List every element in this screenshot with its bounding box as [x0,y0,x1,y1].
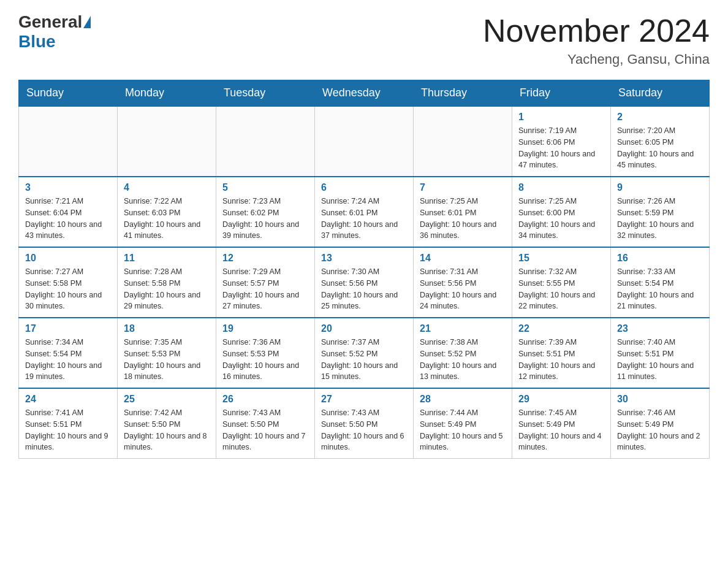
title-block: November 2024 Yacheng, Gansu, China [483,12,710,67]
calendar-cell: 27Sunrise: 7:43 AMSunset: 5:50 PMDayligh… [315,388,414,459]
day-info: Sunrise: 7:19 AMSunset: 6:06 PMDaylight:… [518,125,604,171]
header-sunday: Sunday [19,80,118,107]
day-info: Sunrise: 7:28 AMSunset: 5:58 PMDaylight:… [124,266,210,312]
calendar-cell: 19Sunrise: 7:36 AMSunset: 5:53 PMDayligh… [216,318,315,388]
calendar-cell: 13Sunrise: 7:30 AMSunset: 5:56 PMDayligh… [315,247,414,318]
calendar-cell: 25Sunrise: 7:42 AMSunset: 5:50 PMDayligh… [118,388,216,459]
day-number: 11 [124,253,210,264]
calendar-cell [19,106,118,177]
logo-general-text: General [18,12,82,32]
calendar-cell: 17Sunrise: 7:34 AMSunset: 5:54 PMDayligh… [19,318,118,388]
calendar-cell [216,106,315,177]
day-info: Sunrise: 7:34 AMSunset: 5:54 PMDaylight:… [25,337,111,383]
day-info: Sunrise: 7:41 AMSunset: 5:51 PMDaylight:… [25,407,111,453]
calendar-cell: 18Sunrise: 7:35 AMSunset: 5:53 PMDayligh… [118,318,216,388]
day-info: Sunrise: 7:39 AMSunset: 5:51 PMDaylight:… [518,337,604,383]
header-wednesday: Wednesday [315,80,414,107]
calendar-cell: 24Sunrise: 7:41 AMSunset: 5:51 PMDayligh… [19,388,118,459]
day-info: Sunrise: 7:45 AMSunset: 5:49 PMDaylight:… [518,407,604,453]
day-number: 15 [518,253,604,264]
day-number: 19 [222,323,308,334]
calendar-cell: 12Sunrise: 7:29 AMSunset: 5:57 PMDayligh… [216,247,315,318]
calendar-cell: 3Sunrise: 7:21 AMSunset: 6:04 PMDaylight… [19,177,118,247]
day-info: Sunrise: 7:35 AMSunset: 5:53 PMDaylight:… [124,337,210,383]
day-number: 12 [222,253,308,264]
day-number: 14 [420,253,506,264]
day-info: Sunrise: 7:29 AMSunset: 5:57 PMDaylight:… [222,266,308,312]
day-number: 17 [25,323,111,334]
day-info: Sunrise: 7:46 AMSunset: 5:49 PMDaylight:… [617,407,703,453]
day-number: 27 [321,394,407,405]
day-number: 30 [617,394,703,405]
logo-blue-text: Blue [18,32,56,51]
day-info: Sunrise: 7:25 AMSunset: 6:00 PMDaylight:… [518,196,604,242]
calendar-body: 1Sunrise: 7:19 AMSunset: 6:06 PMDaylight… [19,106,710,459]
calendar-cell: 2Sunrise: 7:20 AMSunset: 6:05 PMDaylight… [611,106,710,177]
day-info: Sunrise: 7:20 AMSunset: 6:05 PMDaylight:… [617,125,703,171]
calendar-cell: 10Sunrise: 7:27 AMSunset: 5:58 PMDayligh… [19,247,118,318]
calendar-header: SundayMondayTuesdayWednesdayThursdayFrid… [19,80,710,107]
day-info: Sunrise: 7:30 AMSunset: 5:56 PMDaylight:… [321,266,407,312]
calendar-cell: 1Sunrise: 7:19 AMSunset: 6:06 PMDaylight… [512,106,611,177]
day-number: 3 [25,182,111,193]
day-info: Sunrise: 7:27 AMSunset: 5:58 PMDaylight:… [25,266,111,312]
calendar-cell: 6Sunrise: 7:24 AMSunset: 6:01 PMDaylight… [315,177,414,247]
calendar-cell: 22Sunrise: 7:39 AMSunset: 5:51 PMDayligh… [512,318,611,388]
week-row-3: 10Sunrise: 7:27 AMSunset: 5:58 PMDayligh… [19,247,710,318]
calendar-cell: 4Sunrise: 7:22 AMSunset: 6:03 PMDaylight… [118,177,216,247]
calendar-cell: 21Sunrise: 7:38 AMSunset: 5:52 PMDayligh… [414,318,512,388]
week-row-2: 3Sunrise: 7:21 AMSunset: 6:04 PMDaylight… [19,177,710,247]
header-monday: Monday [118,80,216,107]
day-number: 20 [321,323,407,334]
day-number: 29 [518,394,604,405]
calendar-cell [118,106,216,177]
day-info: Sunrise: 7:37 AMSunset: 5:52 PMDaylight:… [321,337,407,383]
day-info: Sunrise: 7:38 AMSunset: 5:52 PMDaylight:… [420,337,506,383]
day-number: 24 [25,394,111,405]
week-row-1: 1Sunrise: 7:19 AMSunset: 6:06 PMDaylight… [19,106,710,177]
calendar-cell [414,106,512,177]
day-number: 9 [617,182,703,193]
calendar-cell: 30Sunrise: 7:46 AMSunset: 5:49 PMDayligh… [611,388,710,459]
week-row-4: 17Sunrise: 7:34 AMSunset: 5:54 PMDayligh… [19,318,710,388]
calendar-cell: 29Sunrise: 7:45 AMSunset: 5:49 PMDayligh… [512,388,611,459]
day-info: Sunrise: 7:43 AMSunset: 5:50 PMDaylight:… [222,407,308,453]
day-info: Sunrise: 7:40 AMSunset: 5:51 PMDaylight:… [617,337,703,383]
day-number: 18 [124,323,210,334]
day-info: Sunrise: 7:23 AMSunset: 6:02 PMDaylight:… [222,196,308,242]
week-row-5: 24Sunrise: 7:41 AMSunset: 5:51 PMDayligh… [19,388,710,459]
day-number: 13 [321,253,407,264]
day-info: Sunrise: 7:36 AMSunset: 5:53 PMDaylight:… [222,337,308,383]
day-number: 25 [124,394,210,405]
day-info: Sunrise: 7:44 AMSunset: 5:49 PMDaylight:… [420,407,506,453]
calendar-cell: 28Sunrise: 7:44 AMSunset: 5:49 PMDayligh… [414,388,512,459]
day-number: 1 [518,112,604,123]
calendar-cell: 15Sunrise: 7:32 AMSunset: 5:55 PMDayligh… [512,247,611,318]
calendar-cell: 26Sunrise: 7:43 AMSunset: 5:50 PMDayligh… [216,388,315,459]
calendar-table: SundayMondayTuesdayWednesdayThursdayFrid… [18,80,710,459]
day-number: 22 [518,323,604,334]
day-info: Sunrise: 7:33 AMSunset: 5:54 PMDaylight:… [617,266,703,312]
day-number: 28 [420,394,506,405]
calendar-cell: 23Sunrise: 7:40 AMSunset: 5:51 PMDayligh… [611,318,710,388]
day-info: Sunrise: 7:31 AMSunset: 5:56 PMDaylight:… [420,266,506,312]
day-info: Sunrise: 7:21 AMSunset: 6:04 PMDaylight:… [25,196,111,242]
day-number: 23 [617,323,703,334]
day-number: 4 [124,182,210,193]
calendar-cell: 11Sunrise: 7:28 AMSunset: 5:58 PMDayligh… [118,247,216,318]
day-number: 16 [617,253,703,264]
day-info: Sunrise: 7:43 AMSunset: 5:50 PMDaylight:… [321,407,407,453]
day-number: 2 [617,112,703,123]
calendar-cell: 5Sunrise: 7:23 AMSunset: 6:02 PMDaylight… [216,177,315,247]
header-tuesday: Tuesday [216,80,315,107]
day-info: Sunrise: 7:42 AMSunset: 5:50 PMDaylight:… [124,407,210,453]
header-friday: Friday [512,80,611,107]
day-info: Sunrise: 7:25 AMSunset: 6:01 PMDaylight:… [420,196,506,242]
logo-triangle-icon [83,16,91,28]
calendar-cell: 20Sunrise: 7:37 AMSunset: 5:52 PMDayligh… [315,318,414,388]
day-number: 6 [321,182,407,193]
day-number: 10 [25,253,111,264]
logo: General Blue [18,12,92,52]
day-info: Sunrise: 7:24 AMSunset: 6:01 PMDaylight:… [321,196,407,242]
calendar-cell: 8Sunrise: 7:25 AMSunset: 6:00 PMDaylight… [512,177,611,247]
